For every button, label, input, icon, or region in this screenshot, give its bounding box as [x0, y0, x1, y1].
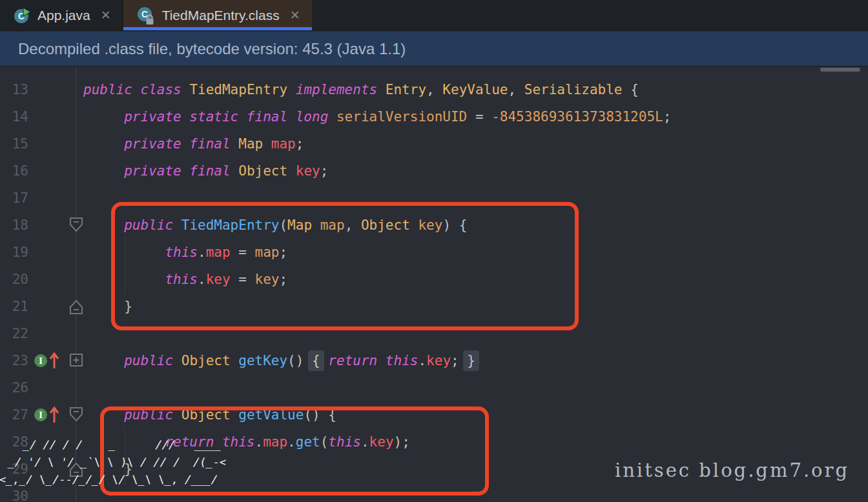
tab-app-java[interactable]: C App.java ✕	[0, 0, 123, 30]
close-tab-icon[interactable]: ✕	[290, 8, 300, 23]
highlight-box-constructor	[111, 202, 579, 330]
fold-collapse-start-icon[interactable]	[68, 216, 85, 235]
site-watermark: initsec blog.gm7.org	[615, 459, 849, 481]
java-class-run-icon: C	[13, 6, 31, 25]
active-tab-underline	[123, 27, 312, 30]
tab-label: App.java	[37, 8, 90, 23]
code-line: 13public class TiedMapEntry implements E…	[0, 76, 868, 103]
line-number: 22	[0, 320, 28, 347]
ascii-watermark: _/ // / / _ /// ____ _/ '/ \ '/ _`\ \ )\…	[0, 436, 229, 488]
code-line: 15 private final Map map;	[0, 130, 868, 157]
line-number: 17	[0, 185, 28, 212]
line-number: 26	[0, 374, 28, 401]
ide-window: C App.java ✕ C TiedMapEntry.class ✕ Deco…	[0, 0, 868, 502]
code-text: public Object getKey() { return this.key…	[83, 347, 475, 374]
code-line: 26	[0, 374, 868, 401]
code-text: private final Object key;	[83, 157, 328, 185]
code-line: 14 private static final long serialVersi…	[0, 103, 868, 130]
line-number: 18	[0, 212, 28, 239]
java-class-locked-icon: C	[136, 6, 156, 25]
code-editor[interactable]: 13public class TiedMapEntry implements E…	[0, 67, 868, 502]
line-number: 13	[0, 76, 28, 103]
line-number: 16	[0, 157, 28, 185]
implemented-marker-icon[interactable]: I	[34, 406, 65, 424]
code-line: 16 private final Object key;	[0, 157, 868, 185]
close-tab-icon[interactable]: ✕	[101, 8, 111, 23]
code-text: public class TiedMapEntry implements Ent…	[83, 76, 639, 103]
decompiled-banner: Decompiled .class file, bytecode version…	[0, 32, 868, 66]
line-number: 20	[0, 266, 28, 293]
fold-collapse-end-icon[interactable]	[68, 297, 85, 316]
tab-label: TiedMapEntry.class	[162, 8, 280, 23]
fold-expand-icon[interactable]	[68, 351, 85, 370]
line-number: 27	[0, 401, 28, 428]
fold-collapse-start-icon[interactable]	[68, 405, 85, 425]
code-text: private final Map map;	[83, 130, 304, 157]
line-number: 21	[0, 293, 28, 320]
line-number: 19	[0, 239, 28, 266]
code-text: private static final long serialVersionU…	[83, 103, 671, 130]
svg-text:I: I	[39, 356, 43, 366]
tab-tiedmapentry-class[interactable]: C TiedMapEntry.class ✕	[123, 0, 312, 30]
code-line: 23I public Object getKey() { return this…	[0, 347, 868, 374]
implemented-marker-icon[interactable]: I	[34, 352, 65, 370]
editor-tab-bar: C App.java ✕ C TiedMapEntry.class ✕	[0, 0, 868, 31]
line-number: 23	[0, 347, 28, 374]
line-number: 15	[0, 130, 28, 157]
svg-text:I: I	[39, 410, 43, 420]
line-number: 14	[0, 103, 28, 130]
scrollbar-thumb[interactable]	[820, 68, 860, 72]
banner-text: Decompiled .class file, bytecode version…	[18, 40, 406, 58]
